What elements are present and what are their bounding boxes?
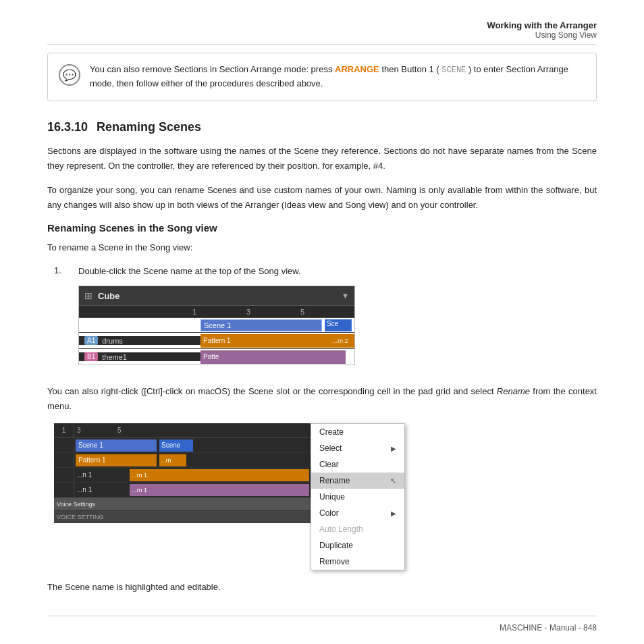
- page-header: Working with the Arranger Using Song Vie…: [47, 20, 597, 45]
- header-title: Working with the Arranger: [487, 20, 597, 30]
- footer-text: MASCHINE - Manual - 848: [500, 623, 597, 633]
- cv-pattern1-row: Pattern 1 ...rn: [54, 453, 311, 468]
- cv-bottom-text-1: Voice Settings: [57, 501, 95, 508]
- sv-track-b-row: B1 theme1 Patte: [79, 348, 354, 365]
- sv-scene-input: Scene 1: [200, 319, 322, 331]
- sv-project-name: Cube: [98, 291, 336, 301]
- cv-tr1-pattern: ...rn 1: [130, 469, 309, 481]
- cv-num-3: 3: [77, 427, 117, 434]
- ctx-color[interactable]: Color ▶: [311, 505, 404, 521]
- sv-track-b-label: B1 theme1: [79, 352, 200, 361]
- cv-bottom-1: Voice Settings: [54, 498, 311, 511]
- ctx-create[interactable]: Create: [311, 424, 404, 440]
- arrange-highlight: ARRANGE: [335, 64, 379, 74]
- cv-top-nums: 3 5: [74, 423, 311, 437]
- cv-pattern1-num-col: [54, 453, 74, 467]
- ctx-auto-length-label: Auto Length: [319, 525, 363, 534]
- sv-track-a-pattern-short: ...rn 2: [330, 334, 354, 348]
- song-view-screenshot: ⊞ Cube ▼ 1 3 5: [78, 286, 355, 365]
- cv-num-5: 5: [117, 427, 158, 434]
- cv-bottom-2: VOICE SETTING: [54, 511, 311, 523]
- ctx-remove-label: Remove: [319, 557, 350, 566]
- sv-timeline: 1 3 5: [79, 305, 354, 317]
- info-box: 💬 You can also remove Sections in Sectio…: [47, 53, 597, 101]
- step-text: Double-click the Scene name at the top o…: [78, 265, 597, 279]
- sv-scene-block-blue: Sce: [325, 319, 352, 331]
- section-heading: 16.3.10 Renaming Scenes: [47, 120, 597, 134]
- section-title: Renaming Scenes: [97, 120, 201, 134]
- context-view-screenshot: 1 3 5 Scene 1 Scene Pattern 1 ...rn: [54, 423, 311, 561]
- cv-tr1-num: [54, 468, 74, 482]
- sv-track-a-pattern: Pattern 1: [200, 334, 330, 348]
- step-content: Double-click the Scene name at the top o…: [78, 265, 597, 375]
- page-footer: MASCHINE - Manual - 848: [47, 616, 597, 633]
- cv-scene1-content: Scene 1 Scene: [74, 438, 311, 453]
- cv-tr2-pattern: ...rn 1: [130, 484, 309, 496]
- sv-timeline-num-1: 1: [192, 308, 246, 316]
- context-screenshot-area: 1 3 5 Scene 1 Scene Pattern 1 ...rn: [54, 423, 597, 570]
- ctx-rename-cursor: ↖: [390, 477, 396, 485]
- step-number: 1.: [54, 265, 69, 375]
- cv-tr2-label: ...n 1: [74, 486, 128, 493]
- cv-scene1-blue2: Scene: [159, 439, 193, 452]
- step-1: 1. Double-click the Scene name at the to…: [54, 265, 597, 375]
- info-text-part2: then Button 1 (: [381, 64, 439, 74]
- ctx-auto-length: Auto Length: [311, 521, 404, 537]
- cv-top-row: 1 3 5: [54, 423, 311, 438]
- ctx-clear[interactable]: Clear: [311, 456, 404, 473]
- sv-track-b-content: Patte: [200, 350, 354, 364]
- cv-scene1-num-col: [54, 438, 74, 452]
- ctx-create-label: Create: [319, 427, 344, 437]
- sv-track-b-name: theme1: [102, 353, 127, 361]
- ctx-remove[interactable]: Remove: [311, 554, 404, 570]
- sv-toolbar: ⊞ Cube ▼: [79, 286, 354, 305]
- ctx-duplicate-label: Duplicate: [319, 541, 353, 550]
- right-click-desc: You can also right-click ([Ctrl]-click o…: [47, 384, 597, 414]
- ctx-color-label: Color: [319, 508, 339, 518]
- context-menu: Create Select ▶ Clear Rename ↖ Unique Co…: [311, 423, 405, 570]
- right-click-text: You can also right-click ([Ctrl]-click o…: [47, 386, 497, 396]
- cv-track-row-2: ...n 1 ...rn 1: [54, 483, 311, 498]
- cv-track-row-1: ...n 1 ...rn 1: [54, 468, 311, 483]
- ctx-select-arrow: ▶: [391, 445, 396, 452]
- ctx-select[interactable]: Select ▶: [311, 440, 404, 456]
- sv-timeline-num-3: 3: [246, 308, 300, 316]
- sv-track-a-label: A1 drums: [79, 336, 200, 345]
- ctx-rename-label: Rename: [319, 476, 350, 485]
- ctx-unique[interactable]: Unique: [311, 489, 404, 505]
- after-text: The Scene name is highlighted and editab…: [47, 580, 597, 595]
- step-intro: To rename a Scene in the Song view:: [47, 240, 597, 255]
- info-text-part1: You can also remove Sections in Section …: [90, 64, 335, 74]
- header-subtitle: Using Song View: [535, 30, 597, 40]
- cv-top-num: 1: [54, 423, 74, 437]
- ctx-color-arrow: ▶: [391, 510, 396, 517]
- page-container: Working with the Arranger Using Song Vie…: [0, 0, 644, 644]
- info-icon: 💬: [59, 64, 80, 86]
- cv-pattern1-orange: Pattern 1: [76, 454, 157, 466]
- cv-pattern1-orange2: ...rn: [159, 454, 186, 466]
- sv-track-b-badge: B1: [84, 352, 98, 361]
- ctx-select-label: Select: [319, 444, 342, 453]
- sv-timeline-numbers: 1 3 5: [190, 308, 354, 316]
- ctx-clear-label: Clear: [319, 460, 339, 469]
- rename-italic: Rename: [497, 386, 530, 396]
- ctx-rename[interactable]: Rename ↖: [311, 473, 404, 489]
- cv-tr2-num: [54, 483, 74, 497]
- sv-timeline-num-5: 5: [300, 308, 354, 316]
- info-text: You can also remove Sections in Section …: [90, 63, 585, 91]
- cv-tracks: ...n 1 ...rn 1 ...n 1 ...rn 1: [54, 468, 311, 498]
- paragraph-1: Sections are displayed in the software u…: [47, 144, 597, 173]
- sv-track-a-badge: A1: [84, 336, 98, 345]
- sv-track-a-content: Pattern 1 ...rn 2: [200, 334, 354, 348]
- sv-scene-name: Scene 1: [204, 321, 231, 329]
- sv-scene-content: Scene 1 Sce: [200, 319, 354, 331]
- section-number: 16.3.10: [47, 120, 88, 134]
- cv-scene1-blue: Scene 1: [76, 439, 157, 452]
- ctx-duplicate[interactable]: Duplicate: [311, 537, 404, 554]
- sv-track-a-row: A1 drums Pattern 1 ...rn 2: [79, 332, 354, 348]
- sv-track-a-name: drums: [102, 337, 123, 345]
- sv-dropdown-arrow: ▼: [342, 292, 349, 300]
- cv-scene1-row: Scene 1 Scene: [54, 438, 311, 453]
- sv-track-b-pattern: Patte: [200, 350, 346, 364]
- paragraph-2: To organize your song, you can rename Sc…: [47, 183, 597, 213]
